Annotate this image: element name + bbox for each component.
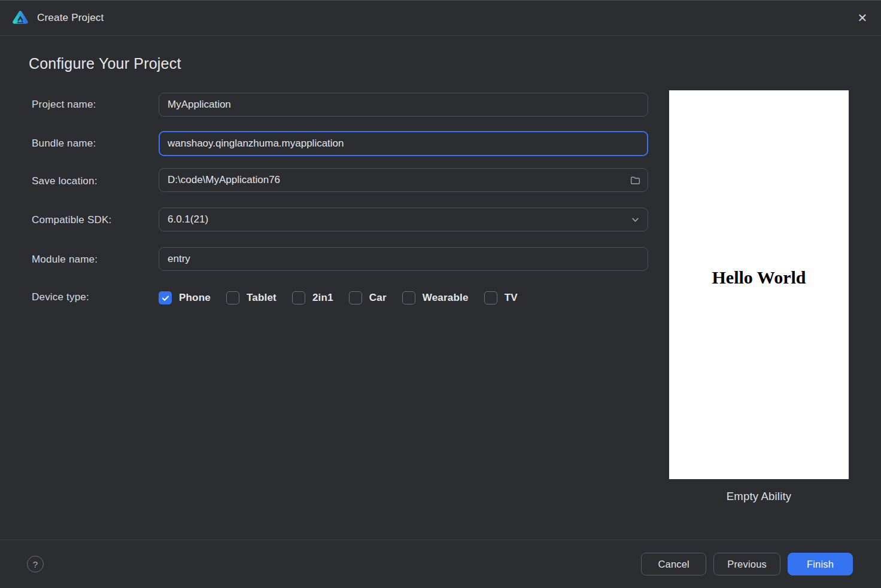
- bundle-name-input[interactable]: [159, 131, 648, 156]
- finish-button[interactable]: Finish: [788, 553, 853, 575]
- phone-label: Phone: [179, 292, 211, 304]
- 2in1-checkbox[interactable]: [292, 291, 305, 304]
- device-type-label: Device type:: [32, 291, 89, 303]
- module-name-input[interactable]: [159, 247, 648, 271]
- module-name-field-wrap: [159, 247, 648, 271]
- save-location-field-wrap: [159, 168, 648, 192]
- wearable-checkbox[interactable]: [402, 291, 415, 304]
- create-project-dialog: Create Project ✕ Configure Your Project …: [0, 0, 881, 588]
- help-icon[interactable]: ?: [27, 556, 44, 572]
- bundle-name-field-wrap: [159, 131, 648, 156]
- tv-checkbox[interactable]: [484, 291, 497, 304]
- chevron-down-icon[interactable]: [629, 214, 641, 226]
- template-preview: Hello World: [669, 90, 849, 479]
- titlebar: Create Project ✕: [0, 0, 881, 36]
- device-type-2in1[interactable]: 2in1: [292, 291, 333, 304]
- project-name-input[interactable]: [159, 93, 648, 117]
- bundle-name-label: Bundle name:: [32, 138, 96, 150]
- footer: ? Cancel Previous Finish: [0, 540, 881, 588]
- template-caption: Empty Ability: [669, 490, 849, 503]
- page-title: Configure Your Project: [29, 55, 181, 72]
- tablet-label: Tablet: [247, 292, 277, 304]
- project-name-field-wrap: [159, 93, 648, 117]
- device-type-car[interactable]: Car: [349, 291, 387, 304]
- cancel-button[interactable]: Cancel: [641, 553, 706, 575]
- tv-label: TV: [505, 292, 518, 304]
- phone-checkbox[interactable]: [159, 291, 172, 304]
- project-name-label: Project name:: [32, 99, 96, 111]
- device-type-phone[interactable]: Phone: [159, 291, 211, 304]
- device-type-tablet[interactable]: Tablet: [226, 291, 277, 304]
- device-type-tv[interactable]: TV: [484, 291, 518, 304]
- wearable-label: Wearable: [423, 292, 469, 304]
- window-title: Create Project: [37, 12, 104, 24]
- car-checkbox[interactable]: [349, 291, 362, 304]
- 2in1-label: 2in1: [312, 292, 333, 304]
- deveco-studio-logo-icon: [12, 10, 29, 26]
- compatible-sdk-label: Compatible SDK:: [32, 214, 111, 226]
- tablet-checkbox[interactable]: [226, 291, 239, 304]
- save-location-label: Save location:: [32, 175, 98, 187]
- close-icon[interactable]: ✕: [851, 7, 874, 29]
- folder-icon[interactable]: [629, 174, 641, 186]
- save-location-input[interactable]: [159, 168, 648, 192]
- compatible-sdk-field-wrap: [159, 208, 648, 231]
- device-type-options: Phone Tablet 2in1 Car Wearable TV: [159, 290, 518, 306]
- previous-button[interactable]: Previous: [713, 553, 780, 575]
- car-label: Car: [369, 292, 387, 304]
- module-name-label: Module name:: [32, 254, 98, 266]
- preview-hello-world-text: Hello World: [669, 267, 849, 288]
- device-type-wearable[interactable]: Wearable: [402, 291, 469, 304]
- compatible-sdk-select[interactable]: [159, 208, 648, 231]
- checkmark-icon: [161, 294, 170, 303]
